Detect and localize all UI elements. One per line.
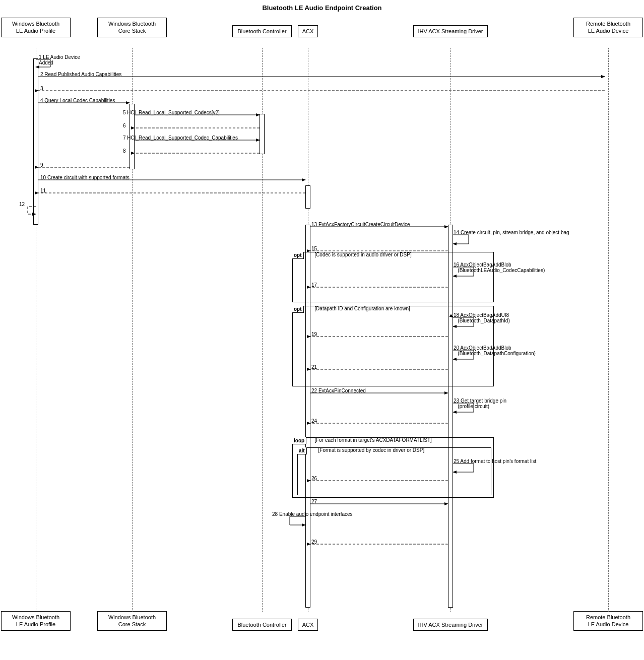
msg-22-label: 22 EvtAcxPinConnected: [311, 388, 366, 393]
msg-24-label: 24: [311, 418, 317, 424]
msg-8-label: 8: [123, 148, 126, 154]
activation-bt-ctrl: [260, 114, 265, 154]
msg-3-label: 3: [40, 86, 43, 91]
msg-17-label: 17: [311, 282, 317, 288]
lifeline-remote: [608, 48, 609, 612]
msg-13-label: 13 EvtAcxFactoryCircuitCreateCircuitDevi…: [311, 222, 410, 227]
msg-28-label: 28 Enable audio endpoint interfaces: [272, 511, 353, 517]
fragment-opt-codec-label: opt: [292, 252, 304, 259]
msg-26-label: 26: [311, 476, 317, 481]
fragment-alt-condition: [Format is supported by codec in driver …: [315, 447, 424, 453]
actor-remote-bottom: Remote BluetoothLE Audio Device: [573, 611, 643, 631]
diagram-container: Bluetooth LE Audio Endpoint Creation Win…: [0, 0, 644, 660]
activation-win-le: [33, 58, 38, 225]
msg-10-label: 10 Create circuit with supported formats: [40, 175, 130, 180]
actor-win-core-bottom: Windows BluetoothCore Stack: [97, 611, 167, 631]
fragment-opt-codec: opt [Codec is supported in audio driver …: [292, 252, 494, 302]
msg-4-label: 4 Query Local Codec Capabilities: [40, 98, 115, 103]
msg-9-label: 9: [40, 162, 43, 168]
fragment-opt-codec-condition: [Codec is supported in audio driver or D…: [310, 252, 412, 257]
actor-remote-top: Remote BluetoothLE Audio Device: [573, 18, 643, 37]
actor-win-le-audio-top: Windows BluetoothLE Audio Profile: [1, 18, 71, 37]
fragment-opt-datapath-label: opt: [292, 306, 304, 313]
msg-5-label: 5 HCI_Read_Local_Supported_Codecs[v2]: [123, 110, 220, 115]
actor-acx-bottom: ACX: [298, 619, 318, 631]
fragment-alt: alt [Format is supported by codec in dri…: [297, 447, 491, 495]
msg-15-label: 15: [311, 246, 317, 251]
msg-14-label: 14 Create circuit, pin, stream bridge, a…: [454, 230, 569, 235]
msg-18-label: 18 AcxObjectBagAddUI8 (Bluetooth_Datapat…: [454, 312, 510, 323]
msg-16-label: 16 AcxObjectBagAddBlob (BluetoothLEAudio…: [454, 262, 545, 273]
fragment-opt-datapath-condition: [Datapath ID and Configuration are known…: [310, 306, 410, 311]
msg-29-label: 29: [311, 539, 317, 545]
actor-bt-ctrl-top: Bluetooth Controller: [232, 25, 292, 37]
msg-23-label: 23 Get target bridge pin (profile circui…: [454, 398, 506, 409]
actor-win-le-audio-bottom: Windows BluetoothLE Audio Profile: [1, 611, 71, 631]
diagram-title: Bluetooth LE Audio Endpoint Creation: [0, 0, 644, 12]
msg-7-label: 7 HCI_Read_Local_Supported_Codec_Capabil…: [123, 135, 238, 141]
actor-win-core-top: Windows BluetoothCore Stack: [97, 18, 167, 37]
actor-ihv-bottom: IHV ACX Streaming Driver: [413, 619, 488, 631]
msg-6-label: 6: [123, 123, 126, 128]
actor-ihv-top: IHV ACX Streaming Driver: [413, 25, 488, 37]
msg-20-label: 20 AcxObjectBadAddBlob (Bluetooth_Datapa…: [454, 345, 536, 356]
msg-25-label: 25 Add format to host pin's format list: [454, 458, 536, 464]
msg-12-label: 12: [19, 202, 25, 207]
actor-bt-ctrl-bottom: Bluetooth Controller: [232, 619, 292, 631]
fragment-loop-label: loop: [292, 437, 306, 444]
msg-11-label: 11: [40, 188, 46, 193]
fragment-loop-condition: [For each format in target's ACXDATAFORM…: [310, 437, 432, 443]
msg-21-label: 21: [311, 364, 317, 370]
msg-19-label: 19: [311, 332, 317, 337]
fragment-alt-label: alt: [297, 447, 307, 454]
msg-2-label: 2 Read Published Audio Capabilities: [40, 72, 121, 77]
activation-acx-1: [305, 185, 310, 209]
actor-acx-top: ACX: [298, 25, 318, 37]
msg-1-label: 1 LE Audio DeviceAdded: [39, 54, 80, 65]
msg-27-label: 27: [311, 499, 317, 504]
